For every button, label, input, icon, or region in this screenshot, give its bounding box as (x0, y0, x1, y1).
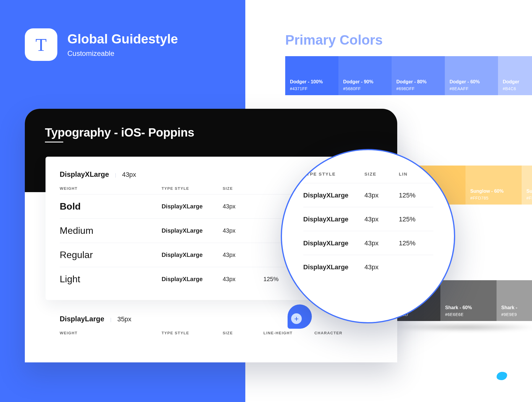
section-divider: | (115, 173, 116, 178)
type-style-cell: DisplayXLarge (162, 252, 223, 258)
swatch-hex: #4371FF (290, 86, 334, 91)
section-name: DisplayXLarge (60, 170, 109, 179)
plus-icon[interactable]: + (291, 313, 302, 324)
page-title: Global Guidestyle (67, 32, 178, 46)
typography-section-2: DisplayLarge | 35px WEIGHT TYPE STYLE SI… (46, 312, 377, 339)
col-size: SIZE (223, 331, 263, 335)
swatch-name: Dodger - 90% (343, 79, 387, 85)
swatch-name: Dodger (503, 79, 529, 85)
grey-swatches-shadow (392, 323, 532, 332)
mag-typestyle: DisplayXLarge (303, 239, 364, 247)
swatch-primary-4: Dodger #B4C6 (498, 56, 532, 95)
logo-letter: T (35, 34, 47, 55)
mag-col-size: SIZE (364, 171, 399, 176)
magnifier-row: DisplayXLarge 43px 125% (303, 207, 433, 231)
swatch-name: Shark - (501, 305, 527, 310)
swatch-primary-3: Dodger - 60% #8EAAFF (445, 56, 498, 95)
mag-size: 43px (364, 263, 399, 271)
mag-lh: 125% (399, 192, 433, 199)
type-style-cell: DisplayXLarge (162, 227, 223, 234)
mag-size: 43px (364, 239, 399, 247)
column-headers: WEIGHT TYPE STYLE SIZE LINE-HEIGHT CHARA… (60, 331, 365, 339)
swatch-grey-2: Shark - #9E9E9 (497, 280, 532, 321)
swatch-name: Sunglow - 60% (470, 189, 517, 194)
swatch-hex: #FFD785 (470, 196, 517, 200)
type-style-cell: DisplayXLarge (162, 276, 223, 283)
size-cell: 43px (223, 203, 263, 210)
swatch-name: Sunglow (526, 189, 532, 194)
magnifier-column-headers: TYPE STYLE SIZE LIN (303, 171, 433, 183)
mag-lh: 125% (399, 239, 433, 247)
swatch-primary-0: Dodger - 100% #4371FF (285, 56, 338, 95)
mag-lh: 125% (399, 215, 433, 223)
primary-colors-title: Primary Colors (285, 32, 383, 48)
magnifier-lens: TYPE STYLE SIZE LIN DisplayXLarge 43px 1… (281, 149, 455, 323)
section-meta: 43px (122, 171, 136, 179)
section-name: DisplayLarge (60, 315, 104, 323)
col-size: SIZE (223, 186, 263, 191)
swatch-name: Dodger - 100% (290, 79, 334, 85)
swatch-hex: #698DFF (396, 86, 440, 91)
size-cell: 43px (223, 276, 263, 283)
magnifier-row: DisplayXLarge 43px 125% (303, 231, 433, 255)
size-cell: 43px (223, 252, 263, 258)
title-underline (45, 142, 63, 142)
col-typestyle: TYPE STYLE (162, 186, 223, 191)
swatch-name: Shark - 60% (445, 305, 492, 310)
mag-col-typestyle: TYPE STYLE (303, 171, 364, 176)
col-char: CHARACTER (314, 331, 365, 335)
swatch-hex: #B4C6 (503, 86, 529, 91)
logo: T (25, 28, 57, 61)
weight-name: Regular (60, 249, 162, 260)
typography-title: Typography - iOS- Poppins (45, 126, 377, 139)
swatch-name: Dodger - 60% (450, 79, 493, 85)
page-subtitle: Customizeable (67, 49, 178, 58)
swatch-secondary-2: Sunglow #FFE5AE (522, 166, 532, 205)
mag-typestyle: DisplayXLarge (303, 263, 364, 271)
swatch-primary-1: Dodger - 90% #5680FF (338, 56, 392, 95)
col-lh: LINE-HEIGHT (263, 331, 314, 335)
swatch-hex: #8EAAFF (450, 86, 493, 91)
col-weight: WEIGHT (60, 331, 162, 335)
size-cell: 43px (223, 227, 263, 234)
col-weight: WEIGHT (60, 186, 162, 191)
col-typestyle: TYPE STYLE (162, 331, 223, 335)
section-meta: 35px (117, 315, 132, 323)
type-style-cell: DisplayXLarge (162, 203, 223, 210)
header-text: Global Guidestyle Customizeable (67, 32, 178, 58)
page-header: T Global Guidestyle Customizeable (25, 28, 178, 61)
primary-swatches: Dodger - 100% #4371FF Dodger - 90% #5680… (285, 56, 532, 95)
weight-name: Medium (60, 225, 162, 236)
swatch-grey-1: Shark - 60% #6E6E6E (440, 280, 497, 321)
swatch-hex: #5680FF (343, 86, 387, 91)
mag-size: 43px (364, 215, 399, 223)
section-header: DisplayLarge | 35px (60, 315, 365, 323)
mag-typestyle: DisplayXLarge (303, 192, 364, 199)
magnifier-row: DisplayXLarge 43px 125% (303, 183, 433, 207)
section-divider: | (110, 317, 111, 322)
swatch-hex: #9E9E9 (501, 312, 527, 317)
weight-name: Light (60, 274, 162, 285)
mag-typestyle: DisplayXLarge (303, 215, 364, 223)
mag-size: 43px (364, 192, 399, 199)
weight-name: Bold (60, 201, 162, 212)
swatch-primary-2: Dodger - 80% #698DFF (392, 56, 445, 95)
magnifier-row: DisplayXLarge 43px (303, 255, 433, 279)
swatch-name: Dodger - 80% (396, 79, 440, 85)
accent-dot-icon (496, 371, 507, 380)
swatch-secondary-1: Sunglow - 60% #FFD785 (466, 166, 522, 205)
swatch-hex: #FFE5AE (526, 196, 532, 200)
swatch-hex: #6E6E6E (445, 312, 492, 317)
